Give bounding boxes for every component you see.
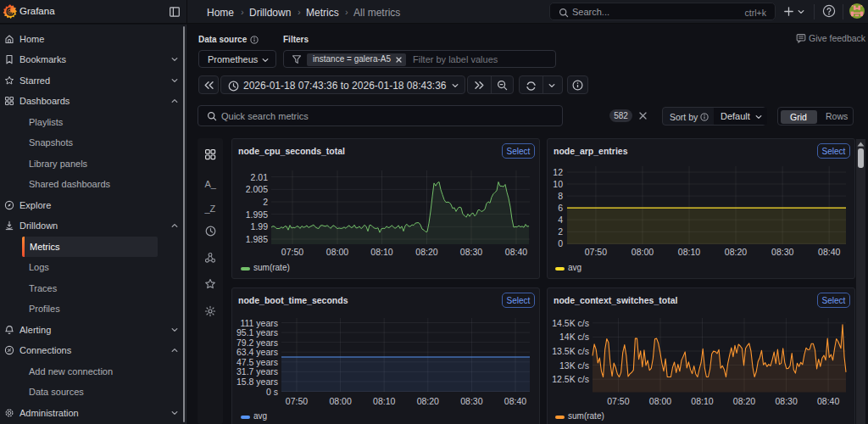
svg-text:1.985: 1.985 (246, 234, 268, 244)
svg-text:12: 12 (553, 167, 563, 177)
svg-text:2: 2 (263, 197, 268, 207)
svg-text:13K c/s: 13K c/s (559, 360, 589, 371)
svg-text:4: 4 (558, 215, 563, 225)
svg-text:12.5K c/s: 12.5K c/s (552, 374, 589, 384)
svg-text:0: 0 (558, 238, 563, 248)
svg-text:08:30: 08:30 (460, 396, 482, 406)
svg-text:15.8 years: 15.8 years (236, 377, 278, 387)
svg-text:08:40: 08:40 (504, 396, 526, 406)
svg-text:08:10: 08:10 (678, 247, 700, 257)
svg-text:08:00: 08:00 (329, 396, 351, 406)
svg-text:07:50: 07:50 (281, 247, 303, 257)
svg-text:10: 10 (553, 179, 563, 189)
svg-text:79.2 years: 79.2 years (236, 338, 278, 348)
svg-text:111 years: 111 years (240, 318, 278, 328)
svg-text:6: 6 (558, 203, 563, 213)
svg-text:8: 8 (558, 191, 563, 201)
svg-text:08:30: 08:30 (460, 247, 482, 257)
svg-text:31.7 years: 31.7 years (236, 366, 278, 377)
svg-text:07:50: 07:50 (585, 247, 607, 257)
svg-text:08:10: 08:10 (370, 247, 392, 257)
svg-text:08:40: 08:40 (818, 247, 840, 257)
svg-text:14.5K c/s: 14.5K c/s (552, 318, 589, 328)
svg-text:63.4 years: 63.4 years (236, 347, 278, 357)
svg-text:47.5 years: 47.5 years (236, 357, 278, 367)
svg-text:1.99: 1.99 (251, 221, 269, 232)
svg-text:14K c/s: 14K c/s (559, 332, 589, 342)
svg-text:08:30: 08:30 (771, 247, 793, 257)
svg-text:2: 2 (558, 226, 563, 237)
svg-text:95.1 years: 95.1 years (236, 327, 278, 338)
svg-text:0 s: 0 s (266, 387, 278, 397)
svg-text:08:30: 08:30 (775, 396, 797, 406)
svg-text:08:20: 08:20 (725, 247, 747, 257)
svg-text:2.01: 2.01 (251, 172, 269, 182)
svg-text:1.995: 1.995 (246, 209, 268, 220)
svg-text:08:10: 08:10 (373, 396, 395, 406)
svg-text:13.5K c/s: 13.5K c/s (552, 346, 589, 356)
svg-text:08:20: 08:20 (417, 396, 439, 406)
svg-text:08:20: 08:20 (733, 396, 755, 406)
svg-text:08:20: 08:20 (415, 247, 437, 257)
svg-text:08:40: 08:40 (817, 396, 839, 406)
svg-text:2.005: 2.005 (246, 184, 268, 194)
svg-text:08:00: 08:00 (326, 247, 348, 257)
svg-text:07:50: 07:50 (607, 396, 629, 406)
svg-text:08:00: 08:00 (649, 396, 671, 406)
svg-text:07:50: 07:50 (286, 396, 308, 406)
svg-text:08:00: 08:00 (632, 247, 654, 257)
svg-text:08:40: 08:40 (505, 247, 527, 257)
svg-text:08:10: 08:10 (691, 396, 713, 406)
